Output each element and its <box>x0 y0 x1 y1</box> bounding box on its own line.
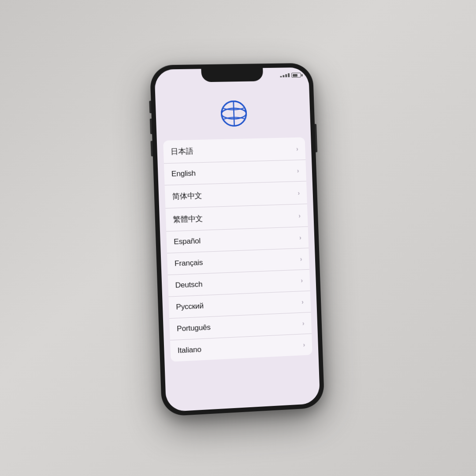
signal-dot-4 <box>288 73 290 77</box>
scene: 日本語 › English › 简体中文 › 繁體中文 › <box>0 0 476 476</box>
phone-screen-wrapper: 日本語 › English › 简体中文 › 繁體中文 › <box>154 67 320 412</box>
volume-up-button[interactable] <box>150 119 152 134</box>
mute-button[interactable] <box>149 101 151 113</box>
language-label-japanese: 日本語 <box>171 146 193 156</box>
language-label-english: English <box>171 169 196 179</box>
chevron-icon-german: › <box>301 277 303 284</box>
signal-dot-2 <box>283 75 284 77</box>
battery-signal <box>280 73 301 78</box>
language-label-traditional-chinese: 繁體中文 <box>173 214 203 225</box>
globe-icon <box>219 99 248 128</box>
power-button[interactable] <box>315 124 317 152</box>
screen-content: 日本語 › English › 简体中文 › 繁體中文 › <box>154 67 320 412</box>
chevron-icon-russian: › <box>301 298 304 305</box>
language-label-russian: Русский <box>176 301 204 312</box>
chevron-icon-traditional-chinese: › <box>298 212 301 219</box>
globe-container <box>155 89 311 141</box>
phone-device: 日本語 › English › 简体中文 › 繁體中文 › <box>150 63 325 416</box>
language-item-japanese[interactable]: 日本語 › <box>163 137 305 164</box>
language-list: 日本語 › English › 简体中文 › 繁體中文 › <box>163 137 312 361</box>
chevron-icon-spanish: › <box>299 234 301 241</box>
signal-dot-3 <box>285 74 287 77</box>
notch <box>201 68 263 82</box>
battery-fill <box>292 74 298 76</box>
signal-dots <box>280 73 290 77</box>
language-label-simplified-chinese: 简体中文 <box>172 190 202 201</box>
chevron-icon-simplified-chinese: › <box>298 189 300 196</box>
chevron-icon-japanese: › <box>296 145 298 152</box>
signal-dot-1 <box>280 76 282 77</box>
chevron-icon-french: › <box>300 256 302 263</box>
chevron-icon-portuguese: › <box>302 320 305 327</box>
battery-icon <box>291 73 301 78</box>
language-label-french: Français <box>175 258 203 268</box>
language-label-spanish: Español <box>174 237 201 246</box>
chevron-icon-italian: › <box>303 341 305 348</box>
language-label-italian: Italiano <box>178 345 201 355</box>
language-label-portuguese: Português <box>177 323 211 334</box>
chevron-icon-english: › <box>297 167 299 174</box>
volume-down-button[interactable] <box>151 141 153 156</box>
language-label-german: Deutsch <box>175 280 202 290</box>
svg-line-2 <box>233 101 234 126</box>
